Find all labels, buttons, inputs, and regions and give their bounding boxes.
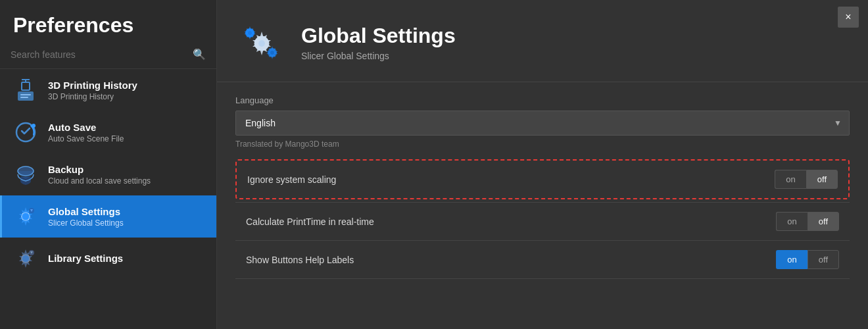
main-header-icon <box>235 16 288 68</box>
sidebar-item-global-settings[interactable]: Global Settings Slicer Global Settings <box>0 195 216 238</box>
sidebar-search-container: 🔍 <box>0 44 216 69</box>
sidebar-item-global-settings-title: Global Settings <box>48 206 124 217</box>
svg-rect-3 <box>22 82 30 90</box>
sidebar-item-3d-printing-history[interactable]: 3D Printing History 3D Printing History <box>0 69 216 111</box>
ignore-system-scaling-on-button[interactable]: on <box>775 170 806 189</box>
sidebar-item-global-settings-text: Global Settings Slicer Global Settings <box>48 206 124 228</box>
svg-rect-2 <box>20 97 28 98</box>
main-header-text: Global Settings Slicer Global Settings <box>301 24 456 61</box>
show-buttons-help-off-button[interactable]: off <box>808 250 839 269</box>
sidebar-item-auto-save-text: Auto Save Auto Save Scene File <box>48 122 124 143</box>
language-select[interactable]: English Chinese French German Spanish <box>235 111 850 136</box>
ignore-system-scaling-label: Ignore system scaling <box>247 174 775 185</box>
sidebar-item-auto-save-title: Auto Save <box>48 122 124 133</box>
svg-point-7 <box>32 124 36 128</box>
sidebar-item-backup-title: Backup <box>48 164 151 175</box>
settings-section: Ignore system scaling on off Calculate P… <box>235 159 850 279</box>
backup-icon <box>12 161 39 188</box>
setting-row-ignore-system-scaling: Ignore system scaling on off <box>235 159 850 199</box>
calculate-printtime-on-button[interactable]: on <box>776 212 807 231</box>
ignore-system-scaling-off-button[interactable]: off <box>806 170 838 189</box>
svg-rect-0 <box>18 91 34 101</box>
main-body: Language English Chinese French German S… <box>217 82 868 329</box>
auto-save-icon <box>12 119 39 145</box>
main-header: Global Settings Slicer Global Settings <box>217 0 868 82</box>
ignore-system-scaling-toggle: on off <box>775 170 838 189</box>
sidebar-item-3d-printing-history-text: 3D Printing History 3D Printing History <box>48 80 137 101</box>
show-buttons-help-label: Show Buttons Help Labels <box>246 255 776 265</box>
sidebar-item-3d-printing-history-subtitle: 3D Printing History <box>48 92 137 101</box>
setting-row-show-buttons-help: Show Buttons Help Labels on off <box>235 240 850 279</box>
sidebar-items-list: 3D Printing History 3D Printing History … <box>0 69 216 329</box>
close-button[interactable]: × <box>838 7 859 28</box>
calculate-printtime-off-button[interactable]: off <box>808 212 839 231</box>
sidebar-item-auto-save-subtitle: Auto Save Scene File <box>48 134 124 143</box>
main-subtitle: Slicer Global Settings <box>301 51 456 61</box>
main-title: Global Settings <box>301 24 456 48</box>
sidebar-item-backup[interactable]: Backup Cloud and local save settings <box>0 153 216 195</box>
translated-by-text: Translated by Mango3D team <box>235 139 850 149</box>
library-settings-icon <box>12 245 39 272</box>
show-buttons-help-on-button[interactable]: on <box>776 250 807 269</box>
sidebar-item-library-settings[interactable]: Library Settings <box>0 238 216 280</box>
sidebar-item-library-settings-title: Library Settings <box>48 253 123 264</box>
calculate-printtime-label: Calculate PrintTime in real-time <box>246 216 776 227</box>
sidebar-item-backup-subtitle: Cloud and local save settings <box>48 176 151 186</box>
main-content: × Global Settings Slicer Global Settings <box>217 0 868 329</box>
calculate-printtime-toggle: on off <box>776 212 839 231</box>
sidebar-item-library-settings-text: Library Settings <box>48 253 123 265</box>
sidebar: Preferences 🔍 3D Printing History 3D Pri… <box>0 0 217 329</box>
search-input[interactable] <box>11 49 193 60</box>
setting-row-calculate-printtime: Calculate PrintTime in real-time on off <box>235 202 850 240</box>
global-settings-icon <box>12 203 39 230</box>
show-buttons-help-toggle: on off <box>776 250 839 269</box>
sidebar-item-3d-printing-history-title: 3D Printing History <box>48 80 137 91</box>
sidebar-item-auto-save[interactable]: Auto Save Auto Save Scene File <box>0 111 216 153</box>
search-icon: 🔍 <box>193 48 206 61</box>
sidebar-title: Preferences <box>0 0 216 44</box>
svg-rect-1 <box>20 94 31 95</box>
sidebar-item-backup-text: Backup Cloud and local save settings <box>48 164 151 186</box>
language-label: Language <box>235 95 850 105</box>
sidebar-item-global-settings-subtitle: Slicer Global Settings <box>48 218 124 228</box>
3d-printing-icon <box>12 77 39 103</box>
language-select-wrapper: English Chinese French German Spanish ▼ <box>235 111 850 136</box>
